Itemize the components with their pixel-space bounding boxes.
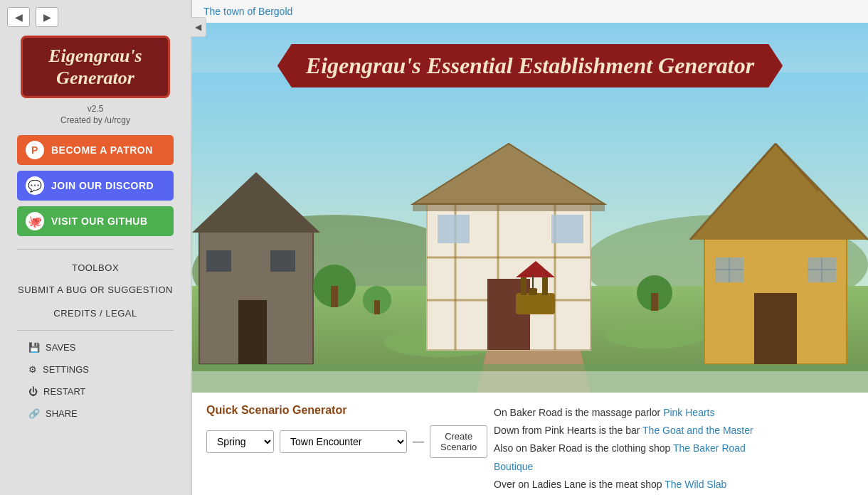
village-scene	[192, 73, 868, 393]
hero-section: Eigengrau's Essential Establishment Gene…	[192, 23, 868, 393]
divider-2	[17, 330, 174, 331]
town-title: The town of Bergold	[192, 0, 868, 23]
scenario-controls: Spring Summer Autumn Winter Town Encount…	[206, 425, 477, 458]
scenario-generator: Quick Scenario Generator Spring Summer A…	[206, 404, 477, 494]
discord-button[interactable]: 💬 JOIN OUR DISCORD	[17, 171, 174, 201]
svg-rect-54	[192, 371, 868, 393]
hero-banner-text: Eigengrau's Essential Establishment Gene…	[306, 53, 754, 79]
hero-banner: Eigengrau's Essential Establishment Gene…	[277, 44, 783, 87]
nav-buttons: ◀ ▶	[0, 7, 58, 27]
goat-master-link[interactable]: The Goat and the Master	[642, 425, 753, 436]
github-button[interactable]: 🐙 VISIT OUR GITHUB	[17, 206, 174, 236]
restart-item[interactable]: ⏻ RESTART	[17, 380, 174, 403]
location-item-3: Also on Baker Road is the clothing shop …	[494, 440, 854, 475]
pink-hearts-link[interactable]: Pink Hearts	[663, 407, 714, 418]
wild-slab-link[interactable]: The Wild Slab	[665, 479, 726, 490]
created-by-text: Created by /u/rcgy	[60, 115, 130, 125]
menu-bug[interactable]: SUBMIT A BUG OR SUGGESTION	[17, 279, 174, 302]
logo-box: Eigengrau's Generator	[21, 36, 170, 98]
svg-rect-41	[516, 293, 555, 314]
encounter-select[interactable]: Town Encounter Wilderness Encounter Dung…	[280, 430, 407, 453]
github-icon: 🐙	[26, 212, 44, 230]
version-text: v2.5	[88, 104, 104, 114]
svg-rect-48	[331, 286, 338, 307]
saves-icon: 💾	[28, 342, 40, 353]
logo-text: Eigengrau's Generator	[33, 45, 158, 89]
svg-rect-43	[542, 275, 548, 295]
bottom-panel: Quick Scenario Generator Spring Summer A…	[192, 393, 868, 495]
back-button[interactable]: ◀	[7, 7, 30, 27]
share-icon: 🔗	[28, 408, 40, 419]
forward-button[interactable]: ▶	[36, 7, 58, 27]
scenario-dash: —	[413, 435, 424, 448]
svg-rect-22	[413, 203, 605, 211]
discord-icon: 💬	[26, 176, 44, 195]
location-item-1: On Baker Road is the massage parlor Pink…	[494, 404, 854, 422]
create-scenario-button[interactable]: Create Scenario	[430, 425, 487, 458]
svg-rect-25	[438, 215, 470, 243]
bottom-menu: 💾 SAVES ⚙ SETTINGS ⏻ RESTART 🔗 SHARE	[17, 336, 174, 425]
svg-rect-12	[270, 250, 295, 272]
patreon-icon: P	[26, 141, 44, 159]
menu-toolbox[interactable]: TOOLBOX	[17, 257, 174, 279]
share-item[interactable]: 🔗 SHARE	[17, 403, 174, 425]
settings-icon: ⚙	[28, 364, 37, 375]
settings-item[interactable]: ⚙ SETTINGS	[17, 358, 174, 380]
svg-rect-10	[238, 300, 267, 364]
sidebar: ◀ ▶ Eigengrau's Generator v2.5 Created b…	[0, 0, 192, 495]
location-item-2: Down from Pink Hearts is the bar The Goa…	[494, 422, 854, 440]
restart-icon: ⏻	[28, 386, 38, 397]
divider-1	[17, 249, 174, 250]
svg-rect-34	[754, 293, 797, 364]
svg-rect-11	[206, 250, 231, 272]
saves-item[interactable]: 💾 SAVES	[17, 336, 174, 358]
season-select[interactable]: Spring Summer Autumn Winter	[206, 430, 274, 453]
svg-rect-26	[551, 215, 583, 243]
svg-point-6	[605, 323, 704, 348]
location-item-4: Over on Ladies Lane is the meat shop The…	[494, 476, 854, 494]
svg-rect-52	[651, 293, 658, 311]
menu-credits[interactable]: CREDITS / LEGAL	[17, 302, 174, 324]
svg-rect-50	[374, 300, 380, 314]
sidebar-collapse-button[interactable]: ◀	[191, 17, 206, 37]
main-content: The town of Bergold Eigengrau's Essentia…	[192, 0, 868, 495]
svg-rect-46	[529, 288, 537, 295]
scenario-title: Quick Scenario Generator	[206, 404, 477, 417]
location-list: On Baker Road is the massage parlor Pink…	[494, 404, 854, 494]
svg-rect-42	[521, 275, 526, 295]
patreon-button[interactable]: P BECOME A PATRON	[17, 135, 174, 165]
